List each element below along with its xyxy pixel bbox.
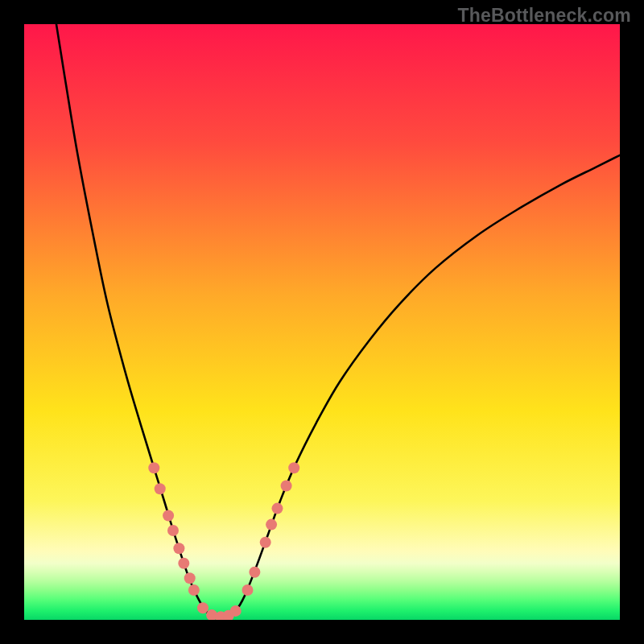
marker-dot	[272, 503, 283, 514]
curve-layer	[24, 24, 620, 620]
marker-dot	[242, 584, 254, 596]
marker-dot	[167, 525, 179, 536]
marker-dot	[173, 543, 184, 554]
marker-dot	[230, 605, 242, 617]
chart-container: TheBottleneck.com	[0, 0, 644, 644]
marker-dot	[288, 462, 299, 473]
marker-dot	[281, 481, 292, 492]
plot-area	[24, 24, 620, 620]
marker-dot	[197, 602, 208, 613]
watermark: TheBottleneck.com	[457, 5, 631, 27]
marker-dot	[249, 567, 260, 578]
bottleneck-curve	[56, 24, 620, 617]
marker-dot	[178, 558, 189, 569]
marker-points	[148, 462, 299, 620]
marker-dot	[163, 510, 174, 522]
marker-dot	[260, 537, 271, 548]
marker-dot	[188, 584, 200, 596]
marker-dot	[184, 572, 196, 584]
marker-dot	[266, 519, 277, 530]
marker-dot	[148, 462, 159, 473]
marker-dot	[155, 483, 166, 494]
